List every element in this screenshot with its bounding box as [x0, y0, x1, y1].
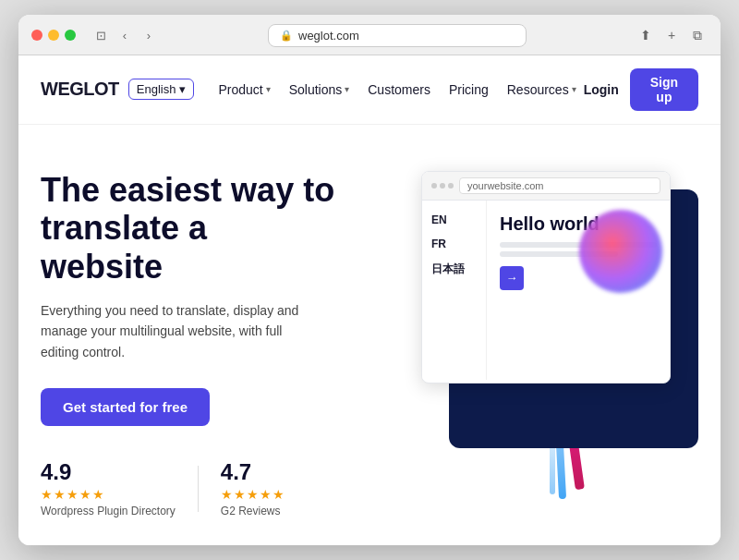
add-tab-button[interactable]: +: [661, 25, 682, 45]
share-button[interactable]: ⬆: [636, 25, 656, 45]
lang-fr[interactable]: FR: [431, 237, 477, 250]
product-chevron-icon: ▾: [266, 84, 271, 94]
browser-chrome: ⊡ ‹ › 🔒 weglot.com ⬆ + ⧉: [18, 15, 721, 55]
hero-ratings: 4.9 ★★★★★ Wordpress Plugin Directory 4.7…: [41, 459, 336, 517]
rating-divider: [198, 466, 199, 512]
browser-actions: ⬆ + ⧉: [636, 25, 708, 45]
preview-url: yourwebsite.com: [459, 177, 660, 194]
rating-g2: 4.7 ★★★★★ G2 Reviews: [221, 459, 285, 517]
browser-controls: ⊡ ‹ ›: [91, 25, 159, 45]
rating2-stars: ★★★★★: [221, 487, 285, 502]
preview-dots: [431, 183, 454, 189]
address-bar-container: 🔒 weglot.com: [166, 24, 628, 47]
nav-pricing[interactable]: Pricing: [442, 79, 496, 101]
traffic-light-yellow[interactable]: [48, 30, 59, 41]
lang-selector-label: English: [137, 82, 176, 96]
browser-window: ⊡ ‹ › 🔒 weglot.com ⬆ + ⧉ WEGLOT English: [18, 15, 721, 545]
nav-links: Product ▾ Solutions ▾ Customers Pricing …: [211, 79, 583, 101]
arrow-button[interactable]: →: [500, 266, 524, 290]
rating1-stars: ★★★★★: [41, 487, 176, 502]
preview-body: EN FR 日本語 Hello world →: [422, 201, 670, 380]
preview-dot-1: [431, 183, 437, 189]
language-selector[interactable]: English ▾: [128, 79, 195, 100]
lang-en[interactable]: EN: [431, 213, 477, 226]
rating-wordpress: 4.9 ★★★★★ Wordpress Plugin Directory: [41, 459, 176, 517]
hero-title: The easiest way to translate a website: [41, 171, 336, 286]
language-switcher: EN FR 日本語: [422, 201, 487, 380]
rating1-label: Wordpress Plugin Directory: [41, 505, 176, 517]
logo: WEGLOT: [41, 79, 119, 100]
window-icon-button[interactable]: ⊡: [91, 25, 111, 45]
nav-solutions[interactable]: Solutions ▾: [282, 79, 357, 101]
traffic-light-red[interactable]: [31, 30, 42, 41]
url-text: weglot.com: [298, 29, 359, 43]
rating2-score: 4.7: [221, 459, 285, 485]
hero-section: The easiest way to translate a website E…: [18, 125, 721, 545]
preview-dot-2: [440, 183, 445, 189]
resources-chevron-icon: ▾: [572, 84, 576, 94]
browser-preview-card: yourwebsite.com EN FR 日本語 Hello world: [421, 171, 671, 383]
traffic-lights: [31, 30, 76, 41]
address-bar[interactable]: 🔒 weglot.com: [268, 24, 527, 47]
hero-left: The easiest way to translate a website E…: [41, 162, 336, 517]
nav-resources[interactable]: Resources ▾: [500, 79, 584, 101]
preview-main: Hello world →: [487, 201, 670, 380]
nav-product[interactable]: Product ▾: [211, 79, 277, 101]
hero-illustration: yourwebsite.com EN FR 日本語 Hello world: [355, 162, 698, 517]
nav-auth: Login Sign up: [584, 68, 698, 111]
gradient-blob: [579, 210, 662, 293]
login-button[interactable]: Login: [584, 82, 619, 97]
nav-customers[interactable]: Customers: [360, 79, 438, 101]
traffic-light-green[interactable]: [65, 30, 76, 41]
rating1-score: 4.9: [41, 459, 176, 485]
solutions-chevron-icon: ▾: [345, 84, 349, 94]
rating2-label: G2 Reviews: [221, 505, 285, 517]
nav-back-button[interactable]: ‹: [115, 25, 135, 45]
lang-chevron-icon: ▾: [179, 82, 186, 96]
preview-dot-3: [448, 183, 454, 189]
hero-subtitle: Everything you need to translate, displa…: [41, 300, 299, 362]
hero-cta-button[interactable]: Get started for free: [41, 388, 210, 426]
lock-icon: 🔒: [280, 30, 293, 42]
signup-button[interactable]: Sign up: [630, 68, 698, 111]
tabs-button[interactable]: ⧉: [687, 25, 708, 45]
main-nav: WEGLOT English ▾ Product ▾ Solutions ▾ C…: [18, 55, 721, 125]
lang-ja[interactable]: 日本語: [431, 262, 477, 277]
nav-forward-button[interactable]: ›: [139, 25, 159, 45]
website: WEGLOT English ▾ Product ▾ Solutions ▾ C…: [18, 55, 721, 545]
preview-toolbar: yourwebsite.com: [422, 172, 670, 201]
